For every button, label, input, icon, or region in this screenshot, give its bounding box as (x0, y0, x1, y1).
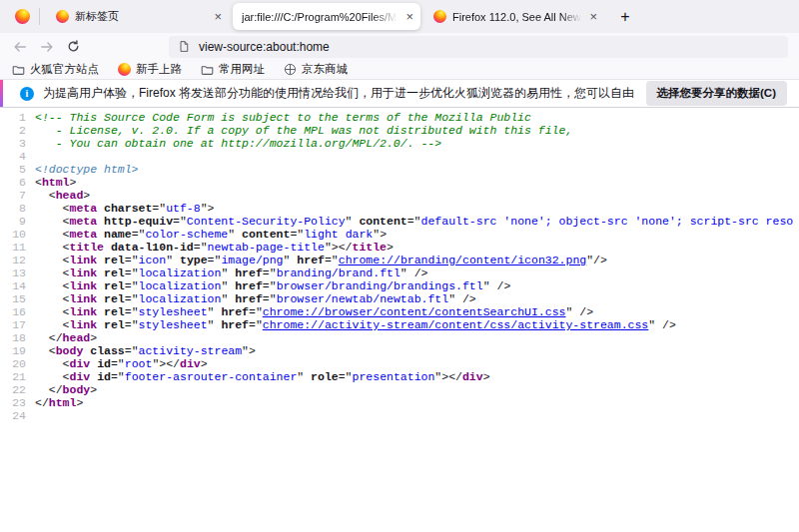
source-token: localization (139, 266, 222, 279)
source-token: newtab-page-title (208, 241, 325, 254)
source-line: 13 <link rel="localization" href="brandi… (0, 266, 799, 279)
tab-1[interactable]: 新标签页× (47, 3, 229, 30)
line-number: 13 (0, 266, 26, 279)
source-token: " /> (648, 318, 676, 331)
firefox-icon (56, 10, 69, 23)
source-token: =" (125, 318, 139, 331)
source-token: =" (263, 292, 277, 305)
tab-close-icon[interactable]: × (214, 10, 222, 23)
source-token: > (83, 189, 90, 202)
line-number: 17 (0, 318, 26, 331)
bookmark-item-3[interactable]: 常用网址 (201, 62, 265, 77)
source-token: " (221, 279, 235, 292)
source-token: rel (104, 266, 125, 279)
source-token: title (70, 241, 105, 254)
back-button[interactable] (6, 35, 33, 58)
source-token: rel (104, 318, 125, 331)
bookmark-label: 常用网址 (219, 62, 265, 77)
pinned-tab[interactable] (8, 4, 36, 30)
source-token: =" (125, 254, 139, 266)
source-token: link (70, 266, 98, 279)
source-token (97, 228, 104, 241)
source-token: =" (132, 228, 146, 241)
source-link[interactable]: chrome://browser/content/contentSearchUI… (263, 305, 566, 318)
source-token: body (56, 344, 84, 357)
source-link[interactable]: chrome://activity-stream/content/css/act… (263, 318, 648, 331)
source-line: 18 </head> (0, 331, 799, 344)
source-token: rel (104, 292, 125, 305)
source-token (97, 202, 104, 215)
forward-button[interactable] (33, 35, 60, 58)
source-token: > (483, 370, 490, 383)
source-token: color-scheme (145, 228, 228, 241)
info-icon: i (20, 87, 34, 101)
source-line: 1<!-- This Source Code Form is subject t… (0, 111, 799, 124)
line-number: 5 (0, 163, 26, 176)
source-token: =" (194, 241, 208, 254)
line-number: 18 (0, 331, 26, 344)
source-token: < (35, 318, 70, 331)
source-token: activity-stream (139, 344, 243, 357)
source-token: content (359, 215, 406, 228)
tab-3[interactable]: Firefox 112.0, See All New Fea× (424, 3, 604, 30)
bookmark-label: 火狐官方站点 (30, 62, 99, 77)
url-bar[interactable]: view-source:about:home (169, 36, 788, 58)
tab-2[interactable]: jar:file:///C:/Program%20Files/Mo× (233, 3, 420, 30)
source-line: 14 <link rel="localization" href="browse… (0, 279, 799, 292)
source-token: < (35, 176, 42, 189)
source-token: <!-- This Source Code Form is subject to… (35, 111, 531, 124)
source-token: link (70, 254, 98, 266)
source-token: " (346, 215, 360, 228)
source-token: browser/branding/brandings.ftl (277, 279, 483, 292)
source-token: =" (125, 279, 139, 292)
reload-button[interactable] (60, 35, 87, 58)
source-line: 2 - License, v. 2.0. If a copy of the MP… (0, 124, 799, 137)
line-number: 7 (0, 189, 26, 202)
tab-close-icon[interactable]: × (405, 10, 413, 23)
source-token: " (284, 254, 298, 266)
bookmarks-bar: 火狐官方站点新手上路常用网址京东商城 (0, 60, 799, 80)
source-token: " (166, 254, 180, 266)
line-number: 22 (0, 383, 26, 396)
source-token (97, 215, 104, 228)
source-token: " /> (483, 279, 511, 292)
source-token (97, 318, 104, 331)
source-token: default-src 'none'; object-src 'none'; s… (421, 215, 794, 228)
source-token: href (221, 305, 249, 318)
tab-close-icon[interactable]: × (589, 10, 597, 23)
bookmark-item-1[interactable]: 火狐官方站点 (12, 62, 99, 77)
source-token: "> (373, 228, 387, 241)
line-number: 2 (0, 124, 26, 137)
new-tab-button[interactable]: + (612, 5, 638, 29)
source-token: http-equiv (104, 215, 173, 228)
source-token: meta (70, 215, 98, 228)
source-line: 24 (0, 409, 799, 422)
source-token: href (235, 279, 263, 292)
source-token: href (235, 292, 263, 305)
source-token: < (35, 241, 70, 254)
source-line: 6<html> (0, 176, 799, 189)
source-token: > (90, 383, 97, 396)
notification-accent-stripe (0, 80, 3, 107)
source-token: " (221, 292, 235, 305)
source-token: link (70, 279, 98, 292)
tab-strip: 新标签页×jar:file:///C:/Program%20Files/Mo×F… (45, 0, 606, 33)
source-token: =" (325, 254, 339, 266)
bookmark-item-4[interactable]: 京东商城 (284, 62, 348, 77)
source-token: footer-asrouter-container (125, 370, 298, 383)
source-token: utf-8 (166, 202, 201, 215)
line-number: 12 (0, 254, 26, 266)
line-number: 19 (0, 344, 26, 357)
line-number: 9 (0, 215, 26, 228)
source-line: 8 <meta charset="utf-8"> (0, 202, 799, 215)
firefox-icon (118, 63, 131, 76)
source-token: html (49, 396, 77, 409)
bookmark-item-2[interactable]: 新手上路 (118, 62, 182, 77)
choose-shared-data-button[interactable]: 选择您要分享的数据(C) (646, 81, 787, 106)
source-line: 4 (0, 150, 799, 163)
source-token: "> (201, 202, 215, 215)
source-link[interactable]: chrome://branding/content/icon32.png (339, 254, 586, 266)
source-token: Content-Security-Policy (187, 215, 346, 228)
source-line: 12 <link rel="icon" type="image/png" hre… (0, 254, 799, 266)
source-token: rel (104, 279, 125, 292)
